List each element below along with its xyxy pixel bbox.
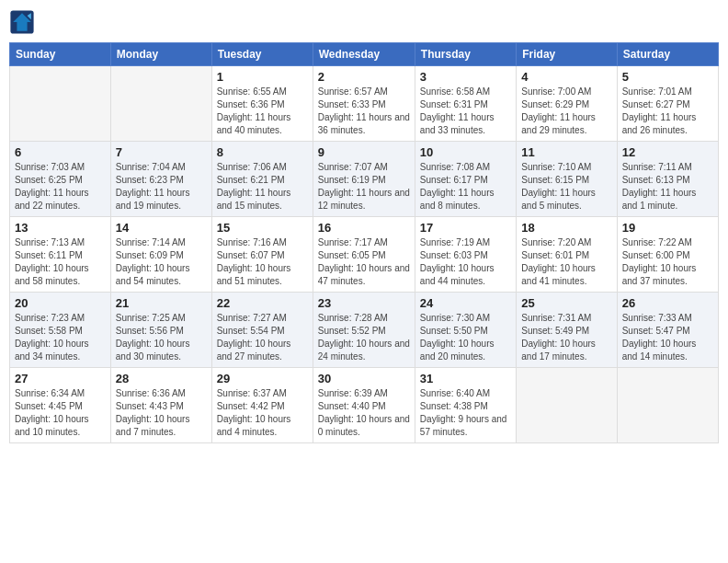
- day-number: 29: [217, 372, 308, 385]
- calendar-cell: 28Sunrise: 6:36 AM Sunset: 4:43 PM Dayli…: [110, 368, 211, 443]
- calendar-header-saturday: Saturday: [617, 43, 718, 66]
- day-info: Sunrise: 7:17 AM Sunset: 6:05 PM Dayligh…: [318, 236, 410, 288]
- day-number: 10: [420, 145, 511, 159]
- calendar-cell: 31Sunrise: 6:40 AM Sunset: 4:38 PM Dayli…: [415, 368, 516, 443]
- day-info: Sunrise: 7:27 AM Sunset: 5:54 PM Dayligh…: [217, 312, 308, 363]
- day-number: 1: [217, 70, 308, 84]
- day-info: Sunrise: 6:55 AM Sunset: 6:36 PM Dayligh…: [217, 86, 308, 137]
- day-number: 18: [521, 221, 611, 235]
- calendar-cell: 4Sunrise: 7:00 AM Sunset: 6:29 PM Daylig…: [517, 66, 617, 142]
- day-info: Sunrise: 6:36 AM Sunset: 4:43 PM Dayligh…: [116, 387, 207, 439]
- calendar-cell: 30Sunrise: 6:39 AM Sunset: 4:40 PM Dayli…: [313, 368, 415, 443]
- day-number: 4: [521, 70, 611, 84]
- calendar-cell: 14Sunrise: 7:14 AM Sunset: 6:09 PM Dayli…: [110, 217, 211, 293]
- calendar-cell: 9Sunrise: 7:07 AM Sunset: 6:19 PM Daylig…: [313, 142, 415, 217]
- day-number: 19: [622, 221, 713, 235]
- day-info: Sunrise: 7:28 AM Sunset: 5:52 PM Dayligh…: [318, 312, 410, 363]
- calendar-cell: 29Sunrise: 6:37 AM Sunset: 4:42 PM Dayli…: [211, 368, 313, 443]
- page: SundayMondayTuesdayWednesdayThursdayFrid…: [0, 0, 728, 563]
- day-number: 31: [420, 372, 511, 385]
- day-info: Sunrise: 6:57 AM Sunset: 6:33 PM Dayligh…: [318, 86, 410, 137]
- day-info: Sunrise: 7:08 AM Sunset: 6:17 PM Dayligh…: [420, 161, 511, 213]
- day-info: Sunrise: 7:30 AM Sunset: 5:50 PM Dayligh…: [420, 312, 511, 363]
- day-number: 26: [622, 296, 713, 310]
- day-number: 6: [15, 145, 106, 159]
- calendar-cell: 6Sunrise: 7:03 AM Sunset: 6:25 PM Daylig…: [10, 142, 111, 217]
- day-number: 9: [318, 145, 410, 159]
- day-number: 30: [318, 372, 410, 385]
- calendar-header-friday: Friday: [517, 43, 617, 66]
- day-info: Sunrise: 7:23 AM Sunset: 5:58 PM Dayligh…: [15, 312, 106, 363]
- calendar-cell: 7Sunrise: 7:04 AM Sunset: 6:23 PM Daylig…: [110, 142, 211, 217]
- header: [9, 9, 719, 35]
- day-number: 5: [622, 70, 713, 84]
- calendar-cell: 8Sunrise: 7:06 AM Sunset: 6:21 PM Daylig…: [211, 142, 313, 217]
- day-info: Sunrise: 7:22 AM Sunset: 6:00 PM Dayligh…: [622, 236, 713, 288]
- logo-area: [9, 9, 39, 35]
- calendar-cell: 25Sunrise: 7:31 AM Sunset: 5:49 PM Dayli…: [517, 293, 617, 368]
- calendar-cell: 16Sunrise: 7:17 AM Sunset: 6:05 PM Dayli…: [313, 217, 415, 293]
- calendar-week-row: 27Sunrise: 6:34 AM Sunset: 4:45 PM Dayli…: [10, 368, 719, 443]
- day-number: 21: [116, 296, 207, 310]
- calendar-cell: 23Sunrise: 7:28 AM Sunset: 5:52 PM Dayli…: [313, 293, 415, 368]
- calendar-week-row: 1Sunrise: 6:55 AM Sunset: 6:36 PM Daylig…: [10, 66, 719, 142]
- calendar-cell: 19Sunrise: 7:22 AM Sunset: 6:00 PM Dayli…: [617, 217, 718, 293]
- calendar-cell: 21Sunrise: 7:25 AM Sunset: 5:56 PM Dayli…: [110, 293, 211, 368]
- day-number: 12: [622, 145, 713, 159]
- day-info: Sunrise: 7:20 AM Sunset: 6:01 PM Dayligh…: [521, 236, 611, 288]
- calendar-cell: 18Sunrise: 7:20 AM Sunset: 6:01 PM Dayli…: [517, 217, 617, 293]
- day-info: Sunrise: 6:58 AM Sunset: 6:31 PM Dayligh…: [420, 86, 511, 137]
- calendar-cell: 2Sunrise: 6:57 AM Sunset: 6:33 PM Daylig…: [313, 66, 415, 142]
- day-info: Sunrise: 6:34 AM Sunset: 4:45 PM Dayligh…: [15, 387, 106, 439]
- calendar-cell: [617, 368, 718, 443]
- day-info: Sunrise: 7:00 AM Sunset: 6:29 PM Dayligh…: [521, 86, 611, 137]
- day-info: Sunrise: 7:31 AM Sunset: 5:49 PM Dayligh…: [521, 312, 611, 363]
- day-info: Sunrise: 6:40 AM Sunset: 4:38 PM Dayligh…: [420, 387, 511, 439]
- calendar-cell: 24Sunrise: 7:30 AM Sunset: 5:50 PM Dayli…: [415, 293, 516, 368]
- day-info: Sunrise: 7:13 AM Sunset: 6:11 PM Dayligh…: [15, 236, 106, 288]
- day-number: 27: [15, 372, 106, 385]
- day-number: 17: [420, 221, 511, 235]
- calendar-header-wednesday: Wednesday: [313, 43, 415, 66]
- calendar-cell: 13Sunrise: 7:13 AM Sunset: 6:11 PM Dayli…: [10, 217, 111, 293]
- day-info: Sunrise: 7:19 AM Sunset: 6:03 PM Dayligh…: [420, 236, 511, 288]
- day-number: 24: [420, 296, 511, 310]
- day-info: Sunrise: 7:07 AM Sunset: 6:19 PM Dayligh…: [318, 161, 410, 213]
- day-number: 3: [420, 70, 511, 84]
- day-number: 22: [217, 296, 308, 310]
- day-number: 8: [217, 145, 308, 159]
- day-info: Sunrise: 7:25 AM Sunset: 5:56 PM Dayligh…: [116, 312, 207, 363]
- calendar-cell: 12Sunrise: 7:11 AM Sunset: 6:13 PM Dayli…: [617, 142, 718, 217]
- day-info: Sunrise: 6:39 AM Sunset: 4:40 PM Dayligh…: [318, 387, 410, 439]
- day-number: 15: [217, 221, 308, 235]
- day-number: 13: [15, 221, 106, 235]
- calendar-cell: 1Sunrise: 6:55 AM Sunset: 6:36 PM Daylig…: [211, 66, 313, 142]
- calendar-cell: 22Sunrise: 7:27 AM Sunset: 5:54 PM Dayli…: [211, 293, 313, 368]
- day-number: 16: [318, 221, 410, 235]
- calendar-week-row: 20Sunrise: 7:23 AM Sunset: 5:58 PM Dayli…: [10, 293, 719, 368]
- day-info: Sunrise: 7:03 AM Sunset: 6:25 PM Dayligh…: [15, 161, 106, 213]
- day-number: 2: [318, 70, 410, 84]
- generalblue-logo-icon: [9, 9, 35, 35]
- calendar-header-thursday: Thursday: [415, 43, 516, 66]
- day-info: Sunrise: 7:14 AM Sunset: 6:09 PM Dayligh…: [116, 236, 207, 288]
- calendar-header-monday: Monday: [110, 43, 211, 66]
- day-info: Sunrise: 7:10 AM Sunset: 6:15 PM Dayligh…: [521, 161, 611, 213]
- calendar-header-row: SundayMondayTuesdayWednesdayThursdayFrid…: [10, 43, 719, 66]
- calendar-cell: 26Sunrise: 7:33 AM Sunset: 5:47 PM Dayli…: [617, 293, 718, 368]
- calendar-cell: 11Sunrise: 7:10 AM Sunset: 6:15 PM Dayli…: [517, 142, 617, 217]
- day-info: Sunrise: 7:16 AM Sunset: 6:07 PM Dayligh…: [217, 236, 308, 288]
- day-info: Sunrise: 7:33 AM Sunset: 5:47 PM Dayligh…: [622, 312, 713, 363]
- day-info: Sunrise: 7:11 AM Sunset: 6:13 PM Dayligh…: [622, 161, 713, 213]
- day-number: 14: [116, 221, 207, 235]
- calendar-week-row: 6Sunrise: 7:03 AM Sunset: 6:25 PM Daylig…: [10, 142, 719, 217]
- calendar-cell: 17Sunrise: 7:19 AM Sunset: 6:03 PM Dayli…: [415, 217, 516, 293]
- day-info: Sunrise: 7:01 AM Sunset: 6:27 PM Dayligh…: [622, 86, 713, 137]
- day-number: 23: [318, 296, 410, 310]
- calendar-cell: [110, 66, 211, 142]
- calendar-header-sunday: Sunday: [10, 43, 111, 66]
- calendar-table: SundayMondayTuesdayWednesdayThursdayFrid…: [9, 42, 719, 443]
- calendar-cell: 10Sunrise: 7:08 AM Sunset: 6:17 PM Dayli…: [415, 142, 516, 217]
- calendar-cell: 5Sunrise: 7:01 AM Sunset: 6:27 PM Daylig…: [617, 66, 718, 142]
- day-number: 25: [521, 296, 611, 310]
